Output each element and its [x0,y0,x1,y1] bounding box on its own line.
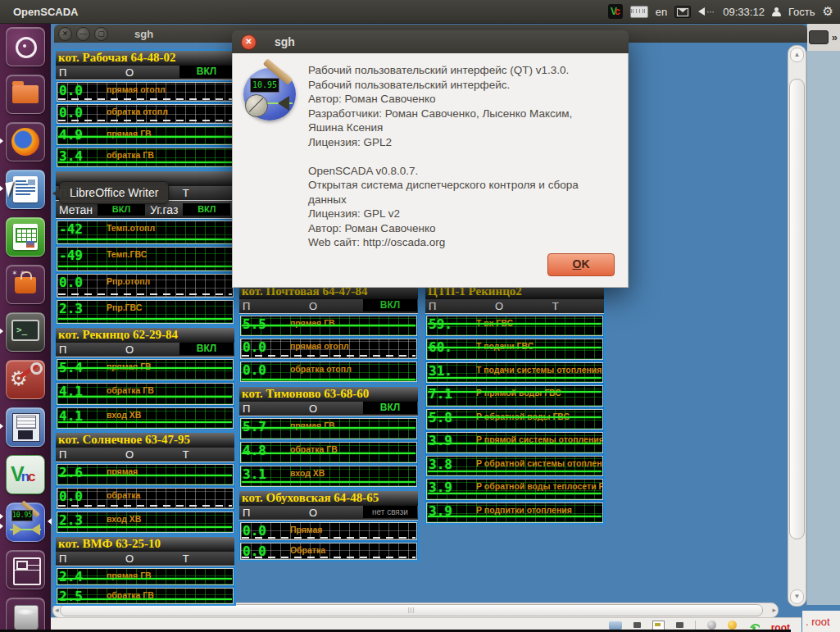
yellow-sphere-icon [728,621,737,630]
vnc-indicator-icon[interactable]: Vc [608,4,623,19]
launcher-item-terminal[interactable]: >_ [6,312,45,352]
trend-row[interactable]: 5.7прямая ГВ [240,418,417,439]
trend-row[interactable]: 4.1вход ХВ [57,407,234,429]
trend-rows: 0.0прямая отопл0.0обратка отопл4.9прямая… [56,80,234,167]
launcher-item-software-center[interactable]: ✶ ✶ [6,265,45,304]
trend-row[interactable]: 3.9Р подпитки отопления [426,502,603,523]
toolbar-overflow-chevron[interactable]: » [832,31,838,43]
header-t: Т [552,300,559,312]
trend-label: обратка ГВ [107,150,154,160]
panel-title: кот. Солнечное 63-47-95 [56,433,234,448]
launcher-item-trash[interactable] [6,598,45,632]
terminal-prompt-icon: >_ [11,320,39,341]
trend-trace [58,526,232,528]
window-minimize-icon[interactable]: — [76,27,90,41]
panel-title: кот. Тимоново 63-68-60 [239,387,418,402]
trend-trace [428,471,602,472]
trend-row[interactable]: 3.9Р обратной воды теплосети PLC4 [426,479,603,499]
trend-row[interactable]: 4.1обратка ГВ [57,383,234,404]
trend-rows: 59.Т вх ГВС60.Т подачи ГВС31.Т подачи си… [425,314,604,523]
toolbar-overflow-box[interactable] [809,30,829,44]
trend-trace [242,325,415,326]
status-item-icon [676,622,683,628]
ok-button[interactable]: OK [547,253,615,276]
status-item-icon [633,622,641,628]
vertical-scrollbar-thumb[interactable] [789,79,805,539]
panel-ctp: ЦТП-1 Рекинцо2ПОТ59.Т вх ГВС60.Т подачи … [424,283,606,525]
session-gear-icon[interactable]: ⚙ [823,4,833,19]
vertical-scrollbar[interactable]: ▲ ▼ [788,45,806,607]
trend-rows: 2.4прямая ГВ2.5обратка ГВ [56,566,234,604]
trend-trace [428,516,602,517]
scroll-left-icon[interactable]: ◂ [55,606,59,614]
launcher-item-libreoffice-calc[interactable] [6,217,45,257]
trend-row[interactable]: 5.4прямая ГВ [57,359,234,380]
horizontal-scrollbar-thumb[interactable]: ||| [60,604,763,616]
trend-row[interactable]: 0.0прямая отопл [57,82,234,102]
trend-row[interactable]: 0.0прямая отопл [240,339,417,359]
trend-value: 0.0 [59,275,83,290]
launcher-item-workspace-switcher[interactable] [6,550,45,589]
trend-row[interactable]: 2.6прямая [57,464,234,485]
launcher: ✶ ✶>_⚙Vnc10.95 [0,23,51,632]
launcher-item-vnc[interactable]: Vnc [6,455,45,494]
window-close-icon[interactable]: ✕ [58,27,72,41]
picture-icon[interactable] [652,621,665,630]
window-maximize-icon[interactable]: ▢ [94,27,108,41]
floppy-disk-icon [12,413,40,442]
dialog-titlebar[interactable]: ✕ sgh [232,30,629,53]
launcher-item-dash-home[interactable] [6,27,45,66]
trend-row[interactable]: 2.3Рпр.ГВС [57,300,234,324]
trend-row[interactable]: 0.0обратка отопл [57,104,234,124]
trend-row[interactable]: -42Темп.отопл [57,221,234,244]
trend-row[interactable]: 7.1Р прямой воды ГВС [426,385,603,406]
keyboard-layout-icon[interactable] [630,6,648,18]
header-t: Т [183,448,189,461]
user-icon [772,7,781,16]
keyboard-layout-label[interactable]: en [656,6,667,18]
trend-row[interactable]: -49Темп.ГВС [57,247,234,271]
trend-row[interactable]: 0.0Обратка [240,543,417,561]
scroll-right-icon[interactable]: ▸ [772,606,776,614]
trend-row[interactable]: 60.Т подачи ГВС [426,339,603,359]
trend-row[interactable]: 0.0Прямая [240,522,417,540]
trend-row[interactable]: 4.8обратка ГВ [240,442,417,463]
volume-indicator-icon[interactable]: ⋯ [698,7,715,16]
trend-row[interactable]: 31.Т подачи системы отопления [426,362,603,383]
printer-icon[interactable] [609,621,622,630]
trend-row[interactable]: 0.0Рпр.отопл [57,274,234,298]
trend-row[interactable]: 0.0обратка отопл [240,361,417,382]
scroll-up-icon[interactable]: ▲ [790,48,804,62]
launcher-item-oscada-vision[interactable]: 10.95 [6,502,45,542]
trend-row[interactable]: 2.3вход ХВ [57,512,234,533]
panel-title: кот. Обуховская 64-48-65 [239,491,418,506]
dialog-close-icon[interactable]: ✕ [241,34,257,50]
trend-row[interactable]: 2.5обратка ГВ [57,588,234,605]
trend-trace [58,161,232,163]
trend-row[interactable]: 3.4обратка ГВ [57,148,234,167]
header-p: П [59,343,66,356]
about-line [308,149,620,164]
mail-indicator-icon[interactable] [674,6,691,18]
trend-value: 3.1 [243,466,266,482]
trend-row[interactable]: 3.9Р прямой системы отопления [426,432,603,452]
gas-name: Уг.газ [150,203,178,216]
status-badge: ВКЛ [179,343,234,355]
trend-row[interactable]: 5.8Р обратной воды ГВС [426,409,603,430]
trend-row[interactable]: 4.9прямая ГВ [57,126,234,146]
trend-row[interactable]: 5.5прямая ГВ [240,316,417,336]
session-user-label[interactable]: Гость [788,6,815,18]
trend-row[interactable]: 59.Т вх ГВС [426,316,603,336]
trend-row[interactable]: 2.4прямая ГВ [57,568,234,585]
trend-row[interactable]: 3.8Р обратной системы отопления [426,456,603,476]
launcher-item-firefox[interactable] [6,122,45,161]
launcher-item-oscada-project[interactable] [6,407,45,447]
panel-title: кот. Рабочая 64-48-02 [56,51,234,66]
clock[interactable]: 09:33:12 [723,6,765,18]
trend-row[interactable]: 3.1вход ХВ [240,466,417,487]
trend-row[interactable]: 0.0обратка [57,488,234,509]
scroll-down-icon[interactable]: ▼ [790,589,804,604]
launcher-item-system-settings[interactable]: ⚙ [6,360,45,399]
launcher-item-files[interactable] [6,75,45,114]
corner-user-label: . root [802,611,840,632]
